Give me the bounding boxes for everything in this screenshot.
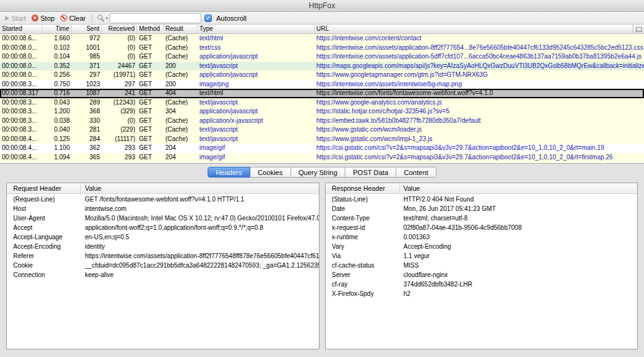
cell-sent: 297 <box>72 71 102 80</box>
request-row[interactable]: 00:00:08.3...1.200368(329)GET304applicat… <box>0 107 644 116</box>
start-button[interactable]: Start <box>4 14 27 22</box>
header-row[interactable]: Acceptapplication/font-woff2;q=1.0,appli… <box>7 223 319 232</box>
column-header-time[interactable]: Time <box>43 25 72 33</box>
search-dropdown-caret[interactable]: ▾ <box>106 16 108 21</box>
response-value-column-header[interactable]: Value <box>400 183 638 193</box>
header-value: 374dd652dbfb3482-LHR <box>400 280 638 289</box>
detail-panels: Request Header Value (Request-Line)GET /… <box>0 179 644 357</box>
header-row[interactable]: cf-ray374dd652dbfb3482-LHR <box>326 280 638 289</box>
tab-post-data[interactable]: POST Data <box>345 167 396 178</box>
column-header-type[interactable]: Type <box>197 25 314 33</box>
stop-button[interactable]: Stop <box>30 14 56 22</box>
request-row[interactable]: 00:00:08.6...1.660972(0)GET(Cache)text/h… <box>0 34 644 43</box>
header-row[interactable]: DateMon, 26 Jun 2017 05:41:23 GMT <box>326 204 638 213</box>
request-row[interactable]: 00:00:08.0...0.35237124467GET200text/jav… <box>0 62 644 71</box>
cell-time: 0.716 <box>43 89 72 98</box>
header-name: X-Firefox-Spdy <box>326 289 400 298</box>
cell-time: 0.102 <box>43 43 72 53</box>
tab-cookies[interactable]: Cookies <box>250 167 291 178</box>
header-value: https://intentwise.com/assets/applicatio… <box>81 251 319 261</box>
column-header-sent[interactable]: Sent <box>72 25 102 33</box>
header-value: GET /fonts/fontawesome-webfont.woff?v=4.… <box>81 195 319 204</box>
cell-sent: 371 <box>72 62 102 71</box>
tab-query-string[interactable]: Query String <box>291 167 346 178</box>
request-row[interactable]: 00:00:08.3...0.040281(229)GET(Cache)text… <box>0 125 644 135</box>
request-row[interactable]: 00:00:08.0...0.104985(0)GET(Cache)applic… <box>0 52 644 62</box>
request-key-column-header[interactable]: Request Header <box>7 183 81 193</box>
header-row[interactable]: x-runtime0.001363 <box>326 232 638 242</box>
request-row[interactable]: 00:00:08.0...0.256297(19971)GET(Cache)ap… <box>0 71 644 80</box>
clear-button-label: Clear <box>69 14 86 22</box>
header-row[interactable]: Accept-Encodingidentity <box>7 242 319 251</box>
header-name: Cookie <box>7 261 81 270</box>
header-name: Accept-Language <box>7 232 81 242</box>
request-row[interactable]: 00:00:08.3170.7161087241GET404text/htmlh… <box>0 89 644 98</box>
column-header-method[interactable]: Method <box>137 25 164 33</box>
cell-type: text/css <box>197 43 314 53</box>
header-row[interactable]: x-request-id02f80a87-04ae-431b-9506-4c9d… <box>326 223 638 232</box>
cell-received: (0) <box>102 43 137 53</box>
cell-method: GET <box>137 71 164 80</box>
cell-result: 304 <box>164 107 197 116</box>
header-value: identity <box>81 242 319 251</box>
header-row[interactable]: Accept-Languageen-US,en;q=0.5 <box>7 232 319 242</box>
cell-sent: 1087 <box>72 89 102 98</box>
request-table-header: StartedTimeSentReceivedMethodResultTypeU… <box>0 25 644 34</box>
column-header-url[interactable]: URL <box>314 25 633 33</box>
cell-method: GET <box>137 125 164 135</box>
request-row[interactable]: 00:00:08.3...0.038330(0)GET(Cache)applic… <box>0 116 644 126</box>
request-row[interactable]: 00:00:08.4...0.125284(11117)GET(Cache)te… <box>0 135 644 144</box>
header-name: Referer <box>7 251 81 261</box>
cell-type: text/javascript <box>197 98 314 108</box>
cell-started: 00:00:08.4... <box>0 135 43 144</box>
cell-time: 0.352 <box>43 62 72 71</box>
header-row[interactable]: (Status-Line)HTTP/2.0 404 Not Found <box>326 195 638 204</box>
cell-started: 00:00:08.4... <box>0 144 43 153</box>
header-row[interactable]: Via1.1 vegur <box>326 251 638 261</box>
header-row[interactable]: cf-cache-statusMISS <box>326 261 638 270</box>
request-row[interactable]: 00:00:08.3...0.043289(12343)GET(Cache)te… <box>0 98 644 108</box>
cell-received: (19971) <box>102 71 137 80</box>
toolbar-separator <box>92 14 92 23</box>
cell-type: image/gif <box>197 144 314 153</box>
request-row[interactable]: 00:00:08.3...0.7501023297GET200image/png… <box>0 80 644 89</box>
request-value-column-header[interactable]: Value <box>81 183 319 193</box>
header-row[interactable]: Refererhttps://intentwise.com/assets/app… <box>7 251 319 261</box>
header-row[interactable]: Cookie__cfduid=dc095d87c1acc291bb5dfca3a… <box>7 261 319 270</box>
column-header-result[interactable]: Result <box>164 25 197 33</box>
header-value: 02f80a87-04ae-431b-9506-4c9d56bb7008 <box>400 223 638 232</box>
cell-started: 00:00:08.3... <box>0 125 43 135</box>
cell-type: text/javascript <box>197 125 314 135</box>
header-name: Via <box>326 251 400 261</box>
cell-started: 00:00:08.0... <box>0 43 43 53</box>
cell-received: (0) <box>102 52 137 62</box>
header-row[interactable]: Connectionkeep-alive <box>7 270 319 280</box>
cell-url: https://intentwise.com/fonts/fontawesome… <box>314 89 644 98</box>
clear-button[interactable]: Clear <box>59 14 87 22</box>
search-input[interactable] <box>109 13 201 23</box>
header-row[interactable]: Hostintentwise.com <box>7 204 319 213</box>
cell-started: 00:00:08.3... <box>0 80 43 89</box>
header-row[interactable]: VaryAccept-Encoding <box>326 242 638 251</box>
cell-method: GET <box>137 80 164 89</box>
header-row[interactable]: User-AgentMozilla/5.0 (Macintosh; Intel … <box>7 213 319 223</box>
header-row[interactable]: Servercloudflare-nginx <box>326 270 638 280</box>
cell-sent: 1023 <box>72 80 102 89</box>
column-picker-button[interactable] <box>633 25 644 33</box>
cell-time: 1.094 <box>43 153 72 162</box>
column-header-started[interactable]: Started <box>0 25 43 33</box>
header-row[interactable]: (Request-Line)GET /fonts/fontawesome-web… <box>7 195 319 204</box>
header-row[interactable]: X-Firefox-Spdyh2 <box>326 289 638 298</box>
response-key-column-header[interactable]: Response Header <box>326 183 400 193</box>
tab-content[interactable]: Content <box>396 167 436 178</box>
autoscroll-checkbox[interactable] <box>204 14 212 22</box>
column-header-received[interactable]: Received <box>102 25 137 33</box>
cell-url: https://www.googletagmanager.com/gtm.js?… <box>314 71 644 80</box>
header-value: text/html; charset=utf-8 <box>400 213 638 223</box>
tab-headers[interactable]: Headers <box>208 167 250 178</box>
request-row[interactable]: 00:00:08.4...1.100362293GET204image/gifh… <box>0 144 644 153</box>
header-row[interactable]: Content-Typetext/html; charset=utf-8 <box>326 213 638 223</box>
cell-received: (0) <box>102 34 137 43</box>
request-row[interactable]: 00:00:08.4...1.094365293GET204image/gifh… <box>0 153 644 162</box>
request-row[interactable]: 00:00:08.0...0.1021001(0)GET(Cache)text/… <box>0 43 644 53</box>
